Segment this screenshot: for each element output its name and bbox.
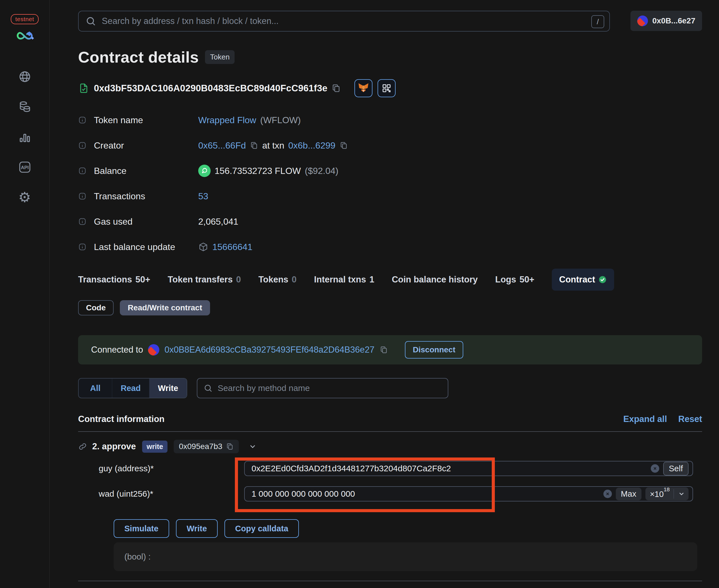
info-icon [78,116,94,124]
bottom-divider [78,581,702,581]
search-input[interactable] [102,16,602,26]
keyboard-shortcut-hint: / [591,15,604,28]
wallet-account-button[interactable]: 0x0B...6e27 [631,11,702,31]
field-row-wad: wad (uint256)* Max ×1018 [99,486,702,502]
detail-tabs: Transactions50+ Token transfers0 Tokens0… [78,268,702,291]
tokens-icon[interactable] [18,100,32,113]
add-to-metamask-button[interactable] [354,79,372,97]
wad-uint256-input[interactable] [251,489,599,499]
filter-write[interactable]: Write [149,379,187,398]
field-row-guy: guy (address)* Self [99,461,702,476]
creator-middle-text: at txn [262,140,284,151]
sidebar: testnet [0,0,49,588]
method-search[interactable] [197,378,448,398]
method-filter-segmented: All Read Write [78,378,187,398]
search-icon [204,384,212,393]
balance-value: 156.73532723 FLOW [214,166,301,176]
info-row-creator: Creator 0x65...66Fd at txn 0x6b...6299 [78,133,702,158]
copy-address-icon[interactable] [331,83,341,93]
link-icon[interactable] [78,442,87,451]
clear-input-icon[interactable] [603,490,612,498]
info-label: Gas used [94,216,198,227]
tab-tokens[interactable]: Tokens0 [258,275,296,285]
network-badge: testnet [11,14,39,24]
info-row-gas-used: Gas used 2,065,041 [78,209,702,234]
qr-code-button[interactable] [377,79,396,97]
info-label: Balance [94,166,198,176]
app-logo[interactable] [15,30,35,43]
disconnect-button[interactable]: Disconnect [405,341,463,359]
info-row-balance: Balance 156.73532723 FLOW ($92.04) [78,158,702,184]
tab-logs[interactable]: Logs50+ [495,275,534,285]
verified-check-icon [598,275,607,284]
connected-prefix: Connected to [91,345,143,355]
global-search[interactable]: / [78,11,610,31]
copy-creator-icon[interactable] [250,141,258,150]
token-symbol: (WFLOW) [260,115,301,125]
main-content: / 0x0B...6e27 Contract details Token 0xd… [49,0,719,588]
copy-calldata-button[interactable]: Copy calldata [224,519,299,538]
method-output-panel: (bool) : [114,542,697,571]
multiplier-exponent: 18 [664,486,670,492]
collapse-chevron-icon[interactable] [248,442,257,451]
info-icon [78,141,94,150]
method-approve-header[interactable]: 2. approve write 0x095ea7b3 [78,438,702,455]
chevron-down-icon [678,490,685,498]
guy-address-field[interactable]: Self [244,461,693,476]
tab-transactions[interactable]: Transactions50+ [78,275,150,285]
reset-link[interactable]: Reset [678,414,702,424]
write-button[interactable]: Write [176,519,218,538]
info-row-transactions: Transactions 53 [78,184,702,209]
method-selector-chip: 0x095ea7b3 [174,440,239,453]
charts-icon[interactable] [18,130,32,144]
method-search-input[interactable] [218,383,441,393]
search-icon [85,16,96,26]
flow-token-icon [198,165,211,177]
multiplier-dropdown[interactable]: ×1018 [645,487,689,501]
svg-text:API: API [21,165,29,170]
clear-input-icon[interactable] [651,464,659,473]
self-button[interactable]: Self [663,462,689,476]
subtab-code[interactable]: Code [78,300,114,315]
section-divider [78,431,702,432]
api-icon[interactable]: API [18,161,32,174]
wad-uint256-field[interactable]: Max ×1018 [244,486,693,502]
filter-read[interactable]: Read [112,379,149,398]
tab-internal-txns[interactable]: Internal txns1 [314,275,374,285]
output-bool-label: (bool) : [124,552,150,562]
metamask-fox-icon [357,82,369,94]
contract-address: 0xd3bF53DAC106A0290B0483EcBC89d40FcC961f… [94,83,327,93]
info-row-token-name: Token name Wrapped Flow (WFLOW) [78,107,702,133]
qr-code-icon [381,83,392,93]
creation-txn-link[interactable]: 0x6b...6299 [288,140,335,151]
verified-contract-icon [78,83,89,94]
method-selector: 0x095ea7b3 [179,442,222,451]
tab-contract[interactable]: Contract [552,269,614,291]
subtab-read-write-contract[interactable]: Read/Write contract [120,300,210,315]
tab-coin-balance-history[interactable]: Coin balance history [392,275,478,285]
tab-token-transfers[interactable]: Token transfers0 [168,275,241,285]
copy-connected-address-icon[interactable] [379,345,388,354]
info-label: Transactions [94,191,198,202]
max-button[interactable]: Max [616,488,641,500]
creator-address-link[interactable]: 0x65...66Fd [198,140,246,151]
connected-avatar [148,344,159,355]
connected-banner: Connected to 0x0B8EA6d6983cCBa39275493FE… [78,335,702,364]
token-name-link[interactable]: Wrapped Flow [198,115,256,125]
expand-all-link[interactable]: Expand all [623,414,667,424]
simulate-button[interactable]: Simulate [114,519,169,538]
settings-gear-icon[interactable]: ⚙ [18,191,32,204]
block-cube-icon [198,242,208,252]
info-label: Token name [94,115,198,125]
field-label-wad: wad (uint256)* [99,489,244,499]
filter-all[interactable]: All [79,379,112,398]
method-type-badge: write [142,441,167,453]
last-balance-block-link[interactable]: 15666641 [212,242,252,252]
transactions-count-link[interactable]: 53 [198,191,208,202]
copy-selector-icon[interactable] [226,443,234,450]
connected-address-link[interactable]: 0x0B8EA6d6983cCBa39275493FEf648a2D64B36e… [164,345,374,355]
copy-txn-icon[interactable] [340,141,348,150]
globe-icon[interactable] [18,70,32,83]
guy-address-input[interactable] [251,464,647,473]
token-type-badge: Token [205,50,234,64]
